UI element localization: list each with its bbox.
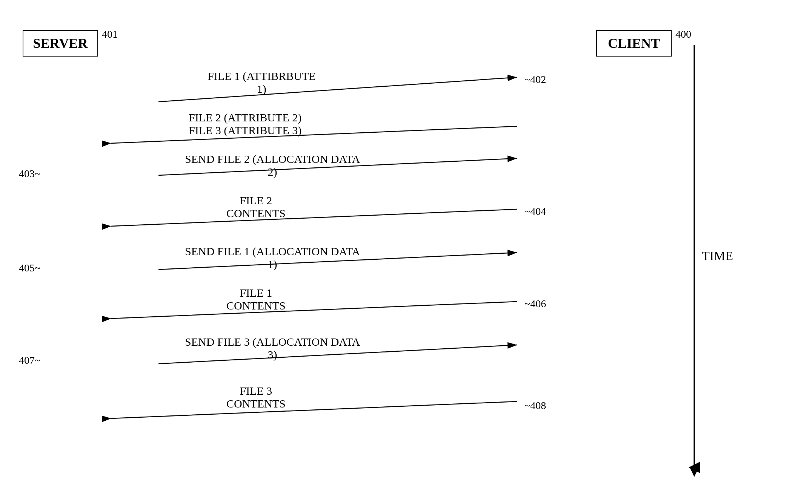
svg-line-13 xyxy=(111,401,517,418)
msg-403-line2: 2) xyxy=(185,165,360,178)
server-box: SERVER xyxy=(23,30,98,57)
msg-406-line1: FILE 1 xyxy=(226,286,286,299)
ref-408: ~408 xyxy=(524,400,546,412)
msg-402-line2: 1) xyxy=(208,83,316,95)
msg-404-line1: FILE 2 xyxy=(226,194,286,207)
msg-attr23-line1: FILE 2 (ATTRIBUTE 2) xyxy=(189,111,301,124)
msg-405-line2: 1) xyxy=(185,258,360,271)
ref-404: ~404 xyxy=(524,205,546,218)
msg-408-line2: CONTENTS xyxy=(226,397,286,410)
ref-405: 405~ xyxy=(19,262,40,274)
msg-405-line1: SEND FILE 1 (ALLOCATION DATA xyxy=(185,245,360,258)
msg-406: FILE 1 CONTENTS xyxy=(226,286,286,312)
client-label: CLIENT xyxy=(608,35,660,51)
svg-line-7 xyxy=(111,126,517,143)
msg-404-line2: CONTENTS xyxy=(226,207,286,220)
time-label: TIME xyxy=(702,249,733,263)
server-label: SERVER xyxy=(33,35,88,51)
msg-403: SEND FILE 2 (ALLOCATION DATA 2) xyxy=(185,153,360,178)
ref-402: ~402 xyxy=(524,74,546,86)
msg-402: FILE 1 (ATTIBRBUTE 1) xyxy=(208,70,316,95)
msg-407-line1: SEND FILE 3 (ALLOCATION DATA xyxy=(185,335,360,348)
msg-407-line2: 3) xyxy=(185,348,360,361)
msg-407: SEND FILE 3 (ALLOCATION DATA 3) xyxy=(185,335,360,361)
svg-line-11 xyxy=(111,302,517,319)
msg-406-line2: CONTENTS xyxy=(226,299,286,312)
msg-attr23-line2: FILE 3 (ATTRIBUTE 3) xyxy=(189,124,301,137)
ref-406: ~406 xyxy=(524,298,546,310)
ref-407: 407~ xyxy=(19,354,40,366)
svg-line-9 xyxy=(111,209,517,226)
msg-404: FILE 2 CONTENTS xyxy=(226,194,286,220)
ref-400: 400 xyxy=(675,28,691,40)
ref-401: 401 xyxy=(102,28,118,40)
msg-405: SEND FILE 1 (ALLOCATION DATA 1) xyxy=(185,245,360,271)
ref-403: 403~ xyxy=(19,168,40,180)
client-box: CLIENT xyxy=(596,30,672,57)
msg-402-line1: FILE 1 (ATTIBRBUTE xyxy=(208,70,316,83)
msg-408-line1: FILE 3 xyxy=(226,385,286,397)
msg-403-line1: SEND FILE 2 (ALLOCATION DATA xyxy=(185,153,360,165)
msg-408: FILE 3 CONTENTS xyxy=(226,385,286,410)
msg-attr23: FILE 2 (ATTRIBUTE 2) FILE 3 (ATTRIBUTE 3… xyxy=(189,111,301,137)
svg-marker-5 xyxy=(690,467,699,477)
